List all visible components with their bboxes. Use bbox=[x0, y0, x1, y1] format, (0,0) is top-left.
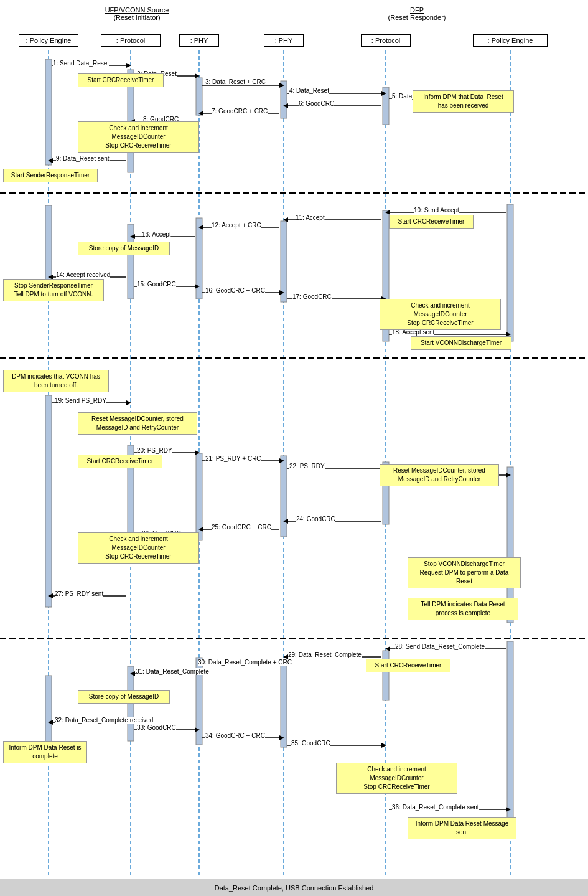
note-tell-dpm-complete: Tell DPM indicates Data Resetprocess is … bbox=[408, 598, 518, 620]
ufp-source-label: UFP/VCONN Source (Reset Initiator) bbox=[87, 6, 187, 21]
lifeline-box-ll3: : PHY bbox=[179, 34, 219, 47]
arrow-label-a21: 21: PS_RDY + CRC bbox=[205, 455, 261, 462]
arrow-label-a24: 24: GoodCRC bbox=[296, 516, 335, 522]
note-stop-vconn-discharge: Stop VCONNDischargeTimerRequest DPM to p… bbox=[408, 557, 521, 588]
arrow-label-a1: 1: Send Data_Reset bbox=[53, 60, 109, 67]
svg-marker-58 bbox=[130, 234, 135, 239]
arrow-label-a36: 36: Data_Reset_Complete sent bbox=[392, 804, 479, 811]
arrow-label-a11: 11: Accept bbox=[296, 214, 325, 221]
svg-rect-25 bbox=[383, 651, 389, 700]
svg-marker-78 bbox=[506, 473, 511, 478]
arrow-label-a13: 13: Accept bbox=[142, 231, 171, 238]
svg-marker-96 bbox=[48, 720, 53, 725]
note-inform-dpm-1: Inform DPM that Data_Resethas been recei… bbox=[413, 90, 514, 113]
svg-rect-20 bbox=[281, 456, 287, 537]
arrow-label-a7: 7: GoodCRC + CRC bbox=[212, 108, 268, 115]
lifeline-box-ll1: : Policy Engine bbox=[19, 34, 78, 47]
note-store-msgid-2: Store copy of MessageID bbox=[78, 690, 170, 704]
arrow-label-a3: 3: Data_Reset + CRC bbox=[205, 78, 266, 85]
note-start-crc-4: Start CRCReceiveTimer bbox=[366, 659, 450, 672]
svg-rect-9 bbox=[45, 676, 52, 744]
arrow-label-a33: 33: GoodCRC bbox=[137, 724, 176, 731]
arrow-label-a15: 15: GoodCRC bbox=[137, 281, 176, 288]
lifeline-box-ll6: : Policy Engine bbox=[473, 34, 548, 47]
svg-rect-18 bbox=[281, 81, 287, 118]
svg-rect-27 bbox=[507, 204, 513, 341]
arrow-label-a20: 20: PS_RDY bbox=[137, 447, 172, 454]
lifeline-box-ll5: : Protocol bbox=[361, 34, 411, 47]
svg-rect-6 bbox=[45, 59, 52, 165]
arrow-label-a10: 10: Send Accept bbox=[414, 207, 459, 214]
arrow-label-a22: 22: PS_RDY bbox=[289, 463, 325, 469]
svg-rect-11 bbox=[128, 224, 134, 299]
note-check-inc-3: Check and increment MessageIDCounterStop… bbox=[78, 532, 199, 564]
svg-marker-94 bbox=[130, 671, 135, 676]
svg-rect-16 bbox=[196, 453, 202, 540]
arrow-label-a9: 9: Data_Reset sent bbox=[56, 155, 110, 162]
svg-marker-86 bbox=[48, 593, 53, 598]
svg-marker-82 bbox=[198, 527, 203, 532]
lifeline-box-ll2: : Protocol bbox=[101, 34, 161, 47]
note-check-inc-1: Check and increment MessageIDCounterStop… bbox=[78, 121, 199, 153]
note-reset-msgid-1: Reset MessageIDCounter, storedMessageID … bbox=[78, 412, 197, 435]
dfp-label: DFP (Reset Responder) bbox=[367, 6, 467, 21]
note-inform-dpm-msg-sent: Inform DPM Data Reset Messagesent bbox=[408, 817, 516, 839]
svg-marker-40 bbox=[381, 91, 386, 96]
note-store-msgid-1: Store copy of MessageID bbox=[78, 242, 170, 255]
arrow-label-a4: 4: Data_Reset bbox=[289, 87, 329, 94]
note-check-inc-4: Check and increment MessageIDCounterStop… bbox=[336, 763, 457, 794]
svg-rect-8 bbox=[45, 395, 52, 607]
svg-marker-38 bbox=[279, 83, 284, 88]
svg-rect-21 bbox=[281, 660, 287, 747]
svg-marker-50 bbox=[48, 158, 53, 163]
svg-marker-70 bbox=[126, 400, 131, 405]
lifeline-box-ll4: : PHY bbox=[264, 34, 304, 47]
note-inform-dpm-2: Inform DPM Data Reset iscomplete bbox=[3, 741, 87, 763]
svg-marker-74 bbox=[279, 458, 284, 463]
svg-marker-80 bbox=[283, 519, 288, 524]
arrow-label-a12: 12: Accept + CRC bbox=[212, 222, 261, 229]
note-start-crc-1: Start CRCReceiveTimer bbox=[78, 73, 164, 87]
note-stop-sender-resp: Stop SenderResponseTimerTell DPM to turn… bbox=[3, 279, 104, 301]
arrow-label-a19: 19: Send PS_RDY bbox=[55, 397, 106, 404]
arrow-label-a30: 30: Data_Reset_Complete + CRC bbox=[198, 659, 292, 666]
arrow-label-a6: 6: GoodCRC bbox=[299, 100, 334, 107]
svg-rect-29 bbox=[507, 641, 513, 828]
arrow-label-a29: 29: Data_Reset_Complete bbox=[288, 651, 362, 658]
svg-marker-104 bbox=[506, 807, 511, 812]
footer-bar: Data_Reset Complete, USB Connection Esta… bbox=[0, 879, 588, 896]
arrow-label-a34: 34: GoodCRC + CRC bbox=[205, 732, 265, 739]
svg-marker-56 bbox=[198, 225, 203, 230]
svg-rect-19 bbox=[281, 221, 287, 302]
arrow-label-a17: 17: GoodCRC bbox=[292, 293, 332, 300]
svg-marker-64 bbox=[279, 290, 284, 295]
svg-marker-98 bbox=[195, 727, 200, 732]
svg-marker-36 bbox=[195, 73, 200, 78]
footer-text: Data_Reset Complete, USB Connection Esta… bbox=[215, 884, 374, 892]
svg-marker-54 bbox=[283, 217, 288, 222]
arrow-label-a16: 16: GoodCRC + CRC bbox=[205, 287, 265, 294]
svg-rect-22 bbox=[383, 87, 389, 125]
note-reset-msgid-2: Reset MessageIDCounter, storedMessageID … bbox=[380, 464, 499, 486]
svg-marker-88 bbox=[385, 646, 390, 651]
svg-rect-13 bbox=[128, 666, 134, 741]
svg-marker-62 bbox=[195, 284, 200, 289]
arrow-label-a32: 32: Data_Reset_Complete received bbox=[55, 717, 153, 724]
arrow-label-a14: 14: Accept received bbox=[56, 271, 110, 278]
note-vconn-discharge: Start VCONNDischargeTimer bbox=[411, 336, 511, 350]
note-start-crc-2: Start CRCReceiveTimer bbox=[389, 215, 474, 229]
note-dpm-vconn-off: DPM indicates that VCONN hasbeen turned … bbox=[3, 370, 109, 392]
diagram-container: UFP/VCONN Source (Reset Initiator) DFP (… bbox=[0, 0, 588, 896]
arrow-label-a27: 27: PS_RDY sent bbox=[55, 590, 103, 597]
note-sender-resp-timer: Start SenderResponseTimer bbox=[3, 169, 98, 182]
svg-marker-102 bbox=[381, 743, 386, 748]
svg-marker-72 bbox=[195, 450, 200, 455]
svg-marker-52 bbox=[385, 210, 390, 215]
svg-rect-14 bbox=[196, 78, 202, 115]
svg-marker-44 bbox=[283, 103, 288, 108]
note-start-crc-3: Start CRCReceiveTimer bbox=[78, 455, 162, 468]
arrow-label-a25: 25: GoodCRC + CRC bbox=[212, 524, 271, 531]
arrow-label-a35: 35: GoodCRC bbox=[291, 740, 330, 747]
svg-marker-34 bbox=[126, 63, 131, 68]
svg-marker-100 bbox=[279, 735, 284, 740]
